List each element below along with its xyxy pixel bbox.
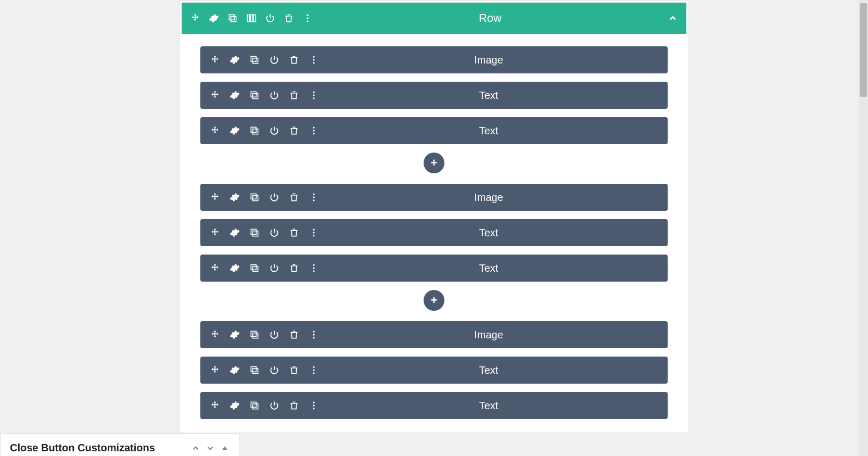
module-text[interactable]: Text xyxy=(200,82,668,109)
move-icon[interactable] xyxy=(210,263,220,273)
svg-point-36 xyxy=(313,267,314,269)
move-icon[interactable] xyxy=(210,227,220,238)
trash-icon[interactable] xyxy=(289,125,299,136)
row-title: Row xyxy=(313,11,668,25)
module-text[interactable]: Text xyxy=(200,357,668,384)
more-icon[interactable] xyxy=(309,227,319,238)
trash-icon[interactable] xyxy=(289,90,299,100)
panel-header[interactable]: Close Button Customizations xyxy=(1,434,239,456)
more-icon[interactable] xyxy=(309,263,319,273)
svg-rect-19 xyxy=(251,127,256,132)
gear-icon[interactable] xyxy=(229,365,240,375)
gear-icon[interactable] xyxy=(229,400,240,411)
move-icon[interactable] xyxy=(210,365,220,375)
svg-point-21 xyxy=(313,130,314,131)
trash-icon[interactable] xyxy=(289,227,299,238)
more-icon[interactable] xyxy=(309,365,319,375)
svg-point-31 xyxy=(313,232,314,233)
move-icon[interactable] xyxy=(210,125,220,136)
more-icon[interactable] xyxy=(309,192,319,202)
svg-point-50 xyxy=(313,402,314,403)
gear-icon[interactable] xyxy=(229,55,240,65)
gear-icon[interactable] xyxy=(229,330,240,340)
svg-rect-39 xyxy=(251,331,256,336)
module-label: Image xyxy=(319,329,658,341)
add-module-button[interactable]: + xyxy=(424,290,444,311)
module-text[interactable]: Text xyxy=(200,219,668,246)
trash-icon[interactable] xyxy=(289,55,299,65)
gear-icon[interactable] xyxy=(229,90,240,100)
more-icon[interactable] xyxy=(309,90,319,100)
chevron-up-icon[interactable] xyxy=(668,13,678,23)
chevron-down-icon[interactable] xyxy=(206,444,215,453)
trash-icon[interactable] xyxy=(289,330,299,340)
gear-icon[interactable] xyxy=(229,263,240,273)
svg-rect-0 xyxy=(231,17,236,22)
svg-point-11 xyxy=(313,59,314,60)
svg-rect-43 xyxy=(253,369,258,374)
module-text[interactable]: Text xyxy=(200,392,668,419)
more-icon[interactable] xyxy=(302,13,313,23)
svg-rect-28 xyxy=(253,231,258,236)
power-icon[interactable] xyxy=(269,55,279,65)
trash-icon[interactable] xyxy=(289,400,299,411)
duplicate-icon[interactable] xyxy=(249,365,260,375)
triangle-up-icon[interactable] xyxy=(220,444,229,453)
power-icon[interactable] xyxy=(269,330,279,340)
scrollbar-thumb[interactable] xyxy=(860,3,867,97)
module-label: Text xyxy=(319,262,658,274)
power-icon[interactable] xyxy=(269,125,279,136)
move-icon[interactable] xyxy=(210,400,220,411)
duplicate-icon[interactable] xyxy=(249,192,260,202)
move-icon[interactable] xyxy=(210,192,220,202)
svg-rect-13 xyxy=(253,94,258,99)
duplicate-icon[interactable] xyxy=(227,13,238,23)
svg-point-5 xyxy=(307,15,308,16)
move-icon[interactable] xyxy=(190,13,200,23)
trash-icon[interactable] xyxy=(289,263,299,273)
power-icon[interactable] xyxy=(269,400,279,411)
duplicate-icon[interactable] xyxy=(249,330,260,340)
duplicate-icon[interactable] xyxy=(249,263,260,273)
module-text[interactable]: Text xyxy=(200,255,668,282)
chevron-up-icon[interactable] xyxy=(191,444,200,453)
gear-icon[interactable] xyxy=(209,13,219,23)
move-icon[interactable] xyxy=(210,90,220,100)
svg-rect-14 xyxy=(251,92,256,97)
more-icon[interactable] xyxy=(309,330,319,340)
duplicate-icon[interactable] xyxy=(249,227,260,238)
move-icon[interactable] xyxy=(210,330,220,340)
more-icon[interactable] xyxy=(309,400,319,411)
power-icon[interactable] xyxy=(269,365,279,375)
duplicate-icon[interactable] xyxy=(249,400,260,411)
svg-rect-33 xyxy=(253,267,258,272)
svg-point-42 xyxy=(313,337,314,338)
power-icon[interactable] xyxy=(269,90,279,100)
duplicate-icon[interactable] xyxy=(249,90,260,100)
duplicate-icon[interactable] xyxy=(249,125,260,136)
gear-icon[interactable] xyxy=(229,192,240,202)
svg-point-20 xyxy=(313,127,314,129)
gear-icon[interactable] xyxy=(229,227,240,238)
module-image[interactable]: Image xyxy=(200,184,668,211)
more-icon[interactable] xyxy=(309,125,319,136)
svg-rect-2 xyxy=(248,15,250,21)
power-icon[interactable] xyxy=(269,192,279,202)
more-icon[interactable] xyxy=(309,55,319,65)
gear-icon[interactable] xyxy=(229,125,240,136)
move-icon[interactable] xyxy=(210,55,220,65)
columns-icon[interactable] xyxy=(246,13,257,23)
module-image[interactable]: Image xyxy=(200,46,668,73)
add-module-button[interactable]: + xyxy=(424,153,444,173)
module-image[interactable]: Image xyxy=(200,321,668,348)
power-icon[interactable] xyxy=(265,13,275,23)
svg-point-12 xyxy=(313,62,314,64)
power-icon[interactable] xyxy=(269,263,279,273)
module-text[interactable]: Text xyxy=(200,117,668,144)
trash-icon[interactable] xyxy=(289,365,299,375)
trash-icon[interactable] xyxy=(284,13,294,23)
scrollbar[interactable] xyxy=(859,0,868,456)
trash-icon[interactable] xyxy=(289,192,299,202)
duplicate-icon[interactable] xyxy=(249,55,260,65)
power-icon[interactable] xyxy=(269,227,279,238)
